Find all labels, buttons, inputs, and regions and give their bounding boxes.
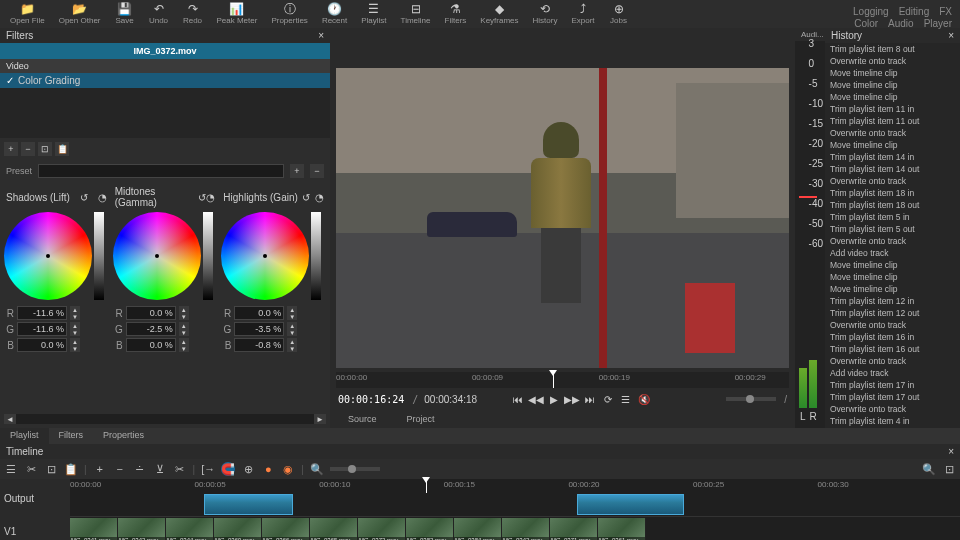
timeline-clip[interactable]: MG_0366.mov xyxy=(262,518,310,540)
redo-button[interactable]: ↷Redo xyxy=(177,2,209,26)
preview-viewport[interactable] xyxy=(336,68,789,368)
remove-filter-button[interactable]: − xyxy=(21,142,35,156)
tab-source[interactable]: Source xyxy=(338,412,387,426)
history-item[interactable]: Trim playlist item 17 in xyxy=(825,379,960,391)
history-item[interactable]: Move timeline clip xyxy=(825,67,960,79)
loop-button[interactable]: ⟳ xyxy=(601,392,615,406)
spin-down-icon[interactable]: ▼ xyxy=(287,345,297,352)
spin-up-icon[interactable]: ▲ xyxy=(179,322,189,329)
tl-lift-button[interactable]: ∸ xyxy=(133,462,147,476)
history-item[interactable]: Trim playlist item 16 in xyxy=(825,331,960,343)
spin-up-icon[interactable]: ▲ xyxy=(70,322,80,329)
spin-up-icon[interactable]: ▲ xyxy=(179,338,189,345)
timeline-clip[interactable]: MG_0344.mov xyxy=(166,518,214,540)
tl-copy-button[interactable]: ⊡ xyxy=(44,462,58,476)
spin-up-icon[interactable]: ▲ xyxy=(287,338,297,345)
tl-cut-button[interactable]: ✂ xyxy=(24,462,38,476)
grid-button[interactable]: ☰ xyxy=(619,392,633,406)
close-icon[interactable]: × xyxy=(318,30,324,41)
history-item[interactable]: Trim playlist item 11 in xyxy=(825,103,960,115)
rgb-input-shadows-g[interactable] xyxy=(17,322,67,336)
color-wheel-0[interactable] xyxy=(4,212,92,300)
timeline-clip[interactable]: MG_0382.mov xyxy=(406,518,454,540)
spin-up-icon[interactable]: ▲ xyxy=(287,322,297,329)
history-item[interactable]: Move timeline clip xyxy=(825,283,960,295)
history-item[interactable]: Trim playlist item 12 out xyxy=(825,307,960,319)
tab-project[interactable]: Project xyxy=(397,412,445,426)
luminance-slider-2[interactable] xyxy=(311,212,321,300)
skip-start-button[interactable]: ⏮ xyxy=(511,392,525,406)
tab-properties[interactable]: Properties xyxy=(93,428,154,444)
track-head-v1[interactable]: V1 xyxy=(0,517,70,540)
spin-up-icon[interactable]: ▲ xyxy=(70,306,80,313)
keyframes-button[interactable]: ◆Keyframes xyxy=(474,2,524,26)
filter-item-color-grading[interactable]: ✓ Color Grading xyxy=(0,73,330,88)
mute-button[interactable]: 🔇 xyxy=(637,392,651,406)
rgb-input-shadows-r[interactable] xyxy=(17,306,67,320)
history-item[interactable]: Overwrite onto track xyxy=(825,175,960,187)
history-item[interactable]: Move timeline clip xyxy=(825,79,960,91)
tl-zoom-out-button[interactable]: 🔍 xyxy=(310,462,324,476)
copy-filter-button[interactable]: ⊡ xyxy=(38,142,52,156)
preset-select[interactable] xyxy=(38,164,284,178)
history-item[interactable]: Trim playlist item 4 out xyxy=(825,427,960,428)
tl-ripple-all-button[interactable]: ◉ xyxy=(281,462,295,476)
timeline-clip[interactable]: MG_0371.mov xyxy=(550,518,598,540)
mode-color[interactable]: Color xyxy=(854,18,878,29)
rgb-input-midtones-r[interactable] xyxy=(126,306,176,320)
preview-ruler[interactable]: 00:00:0000:00:0900:00:1900:00:29 xyxy=(336,372,789,388)
tab-filters[interactable]: Filters xyxy=(49,428,94,444)
rgb-input-highlights-g[interactable] xyxy=(234,322,284,336)
save-button[interactable]: 💾Save xyxy=(109,2,141,26)
tab-playlist[interactable]: Playlist xyxy=(0,428,49,444)
video-section-header[interactable]: Video xyxy=(0,59,330,73)
play-button[interactable]: ▶ xyxy=(547,392,561,406)
timeline-clip[interactable]: MG_0361.mov xyxy=(598,518,646,540)
tl-remove-button[interactable]: − xyxy=(113,462,127,476)
open-other-button[interactable]: 📂Open Other xyxy=(53,2,107,26)
filters-button[interactable]: ⚗Filters xyxy=(439,2,473,26)
panel-scrollbar[interactable]: ◄ ► xyxy=(4,414,326,424)
mode-audio[interactable]: Audio xyxy=(888,18,914,29)
timeline-clip[interactable]: MG_0341.mov xyxy=(70,518,118,540)
history-item[interactable]: Trim playlist item 18 out xyxy=(825,199,960,211)
tl-zoom-fit-button[interactable]: 🔍 xyxy=(922,462,936,476)
add-filter-button[interactable]: + xyxy=(4,142,18,156)
tl-scrub-button[interactable]: ⊕ xyxy=(241,462,255,476)
mode-fx[interactable]: FX xyxy=(939,6,952,17)
step-fwd-button[interactable]: ▶▶ xyxy=(565,392,579,406)
spin-up-icon[interactable]: ▲ xyxy=(287,306,297,313)
tl-ripple-button[interactable]: ● xyxy=(261,462,275,476)
mode-player[interactable]: Player xyxy=(924,18,952,29)
open-file-button[interactable]: 📁Open File xyxy=(4,2,51,26)
tl-snap-button[interactable]: 🧲 xyxy=(221,462,235,476)
timecode-current[interactable]: 00:00:16:24 xyxy=(338,394,404,405)
history-item[interactable]: Trim playlist item 14 out xyxy=(825,163,960,175)
history-item[interactable]: Add video track xyxy=(825,247,960,259)
timeline-ruler[interactable]: 00:00:0000:00:0500:00:1000:00:1500:00:20… xyxy=(70,479,960,493)
spin-up-icon[interactable]: ▲ xyxy=(179,306,189,313)
properties-button[interactable]: ⓘProperties xyxy=(265,2,313,26)
history-item[interactable]: Move timeline clip xyxy=(825,91,960,103)
mode-editing[interactable]: Editing xyxy=(899,6,930,17)
step-back-button[interactable]: ◀◀ xyxy=(529,392,543,406)
color-wheel-1[interactable] xyxy=(113,212,201,300)
keyframe-icon[interactable]: ◔ xyxy=(206,192,215,203)
paste-filter-button[interactable]: 📋 xyxy=(55,142,69,156)
skip-end-button[interactable]: ⏭ xyxy=(583,392,597,406)
history-item[interactable]: Trim playlist item 8 out xyxy=(825,43,960,55)
tl-paste-button[interactable]: 📋 xyxy=(64,462,78,476)
spin-down-icon[interactable]: ▼ xyxy=(179,329,189,336)
spin-down-icon[interactable]: ▼ xyxy=(70,329,80,336)
tl-marker-in-button[interactable]: [→ xyxy=(201,462,215,476)
history-button[interactable]: ⟲History xyxy=(527,2,564,26)
history-item[interactable]: Move timeline clip xyxy=(825,271,960,283)
rgb-input-highlights-b[interactable] xyxy=(234,338,284,352)
tl-record-button[interactable]: ⊡ xyxy=(942,462,956,476)
history-item[interactable]: Overwrite onto track xyxy=(825,235,960,247)
scroll-right-icon[interactable]: ► xyxy=(314,414,326,424)
timeline-clip[interactable]: MG_0365.mov xyxy=(310,518,358,540)
rgb-input-shadows-b[interactable] xyxy=(17,338,67,352)
clip-output-2[interactable] xyxy=(577,494,684,515)
history-item[interactable]: Trim playlist item 17 out xyxy=(825,391,960,403)
